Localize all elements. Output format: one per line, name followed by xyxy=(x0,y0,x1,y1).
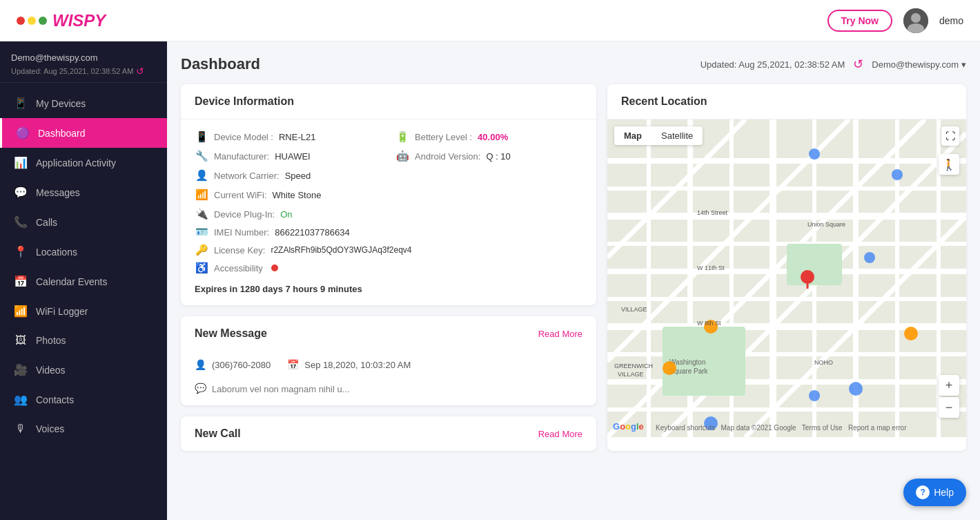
svg-rect-30 xyxy=(787,244,842,285)
sidebar-item-label: Messages xyxy=(36,187,80,198)
sidebar-item-label: Calendar Events xyxy=(36,276,108,287)
updated-text: Updated: Aug 25,2021, 02:38:52 AM xyxy=(700,59,845,70)
sidebar-item-wifi-logger[interactable]: 📶 WiFi Logger xyxy=(0,296,167,326)
sidebar-item-videos[interactable]: 🎥 Videos xyxy=(0,355,167,385)
sidebar-item-my-devices[interactable]: 📱 My Devices xyxy=(0,88,167,118)
expires-text: Expires in 1280 days 7 hours 9 minutes xyxy=(195,284,582,294)
map-zoom-out-button[interactable]: − xyxy=(939,397,959,418)
avatar xyxy=(903,8,928,33)
sidebar-item-photos[interactable]: 🖼 Photos xyxy=(0,326,167,355)
sidebar-nav: 📱 My Devices 🟣 Dashboard 📊 Application A… xyxy=(0,83,167,520)
recent-location-card: Recent Location xyxy=(607,84,966,451)
new-message-header: New Message Read More xyxy=(181,316,596,351)
sidebar-item-label: Dashboard xyxy=(38,128,86,139)
device-model-row: 📱 Device Model : RNE-L21 xyxy=(195,131,382,143)
imei-row: 🪪 IMEI Number: 866221037786634 xyxy=(195,226,582,238)
svg-point-39 xyxy=(904,327,918,340)
new-call-title: New Call xyxy=(195,427,241,440)
svg-point-31 xyxy=(809,148,820,160)
logo-text: WISPY xyxy=(52,11,106,30)
license-row: 🔑 License Key: r2ZAlsRFh9ib5QdOY3WGJAq3f… xyxy=(195,244,582,256)
dashboard-icon: 🟣 xyxy=(16,126,30,139)
logo-dots xyxy=(17,17,47,25)
page-title: Dashboard xyxy=(181,55,260,73)
device-info-grid: 📱 Device Model : RNE-L21 🔋 Bettery Level… xyxy=(195,131,582,201)
sidebar-item-label: My Devices xyxy=(36,98,86,109)
refresh-icon[interactable]: ↺ xyxy=(853,57,863,72)
sidebar-email: Demo@thewispy.com xyxy=(11,52,156,63)
logo: WISPY xyxy=(17,11,106,30)
map-container: Washington Square Park xyxy=(607,119,966,437)
map-tab-map[interactable]: Map xyxy=(614,126,651,145)
map-copyright: Keyboard shortcuts Map data ©2021 Google… xyxy=(656,424,906,432)
svg-text:GREENWICH: GREENWICH xyxy=(614,363,653,369)
imei-icon: 🪪 xyxy=(195,226,208,238)
sidebar-updated: Updated: Aug 25,2021, 02:38:52 AM ↺ xyxy=(11,66,156,77)
right-column: Recent Location xyxy=(607,84,966,462)
calendar-icon: 📅 xyxy=(287,359,299,370)
device-info-title: Device Information xyxy=(195,95,294,107)
sidebar-item-label: Calls xyxy=(36,217,57,228)
sidebar-item-calls[interactable]: 📞 Calls xyxy=(0,207,167,237)
sidebar: Demo@thewispy.com Updated: Aug 25,2021, … xyxy=(0,41,167,520)
map-tabs: Map Satellite xyxy=(614,126,703,145)
message-date-row: 📅 Sep 18,2020, 10:03:20 AM xyxy=(287,359,411,370)
license-icon: 🔑 xyxy=(195,244,208,256)
help-button[interactable]: ? Help xyxy=(903,479,966,506)
photos-icon: 🖼 xyxy=(14,334,28,347)
activity-icon: 📊 xyxy=(14,156,28,169)
svg-point-38 xyxy=(849,382,863,396)
network-icon: 👤 xyxy=(195,169,208,182)
device-info-body: 📱 Device Model : RNE-L21 🔋 Bettery Level… xyxy=(181,119,596,305)
svg-text:NOHO: NOHO xyxy=(814,359,833,366)
new-message-title: New Message xyxy=(195,327,267,340)
device-info-header: Device Information xyxy=(181,84,596,119)
sidebar-item-contacts[interactable]: 👥 Contacts xyxy=(0,385,167,414)
user-dropdown[interactable]: Demo@thewispy.com ▾ xyxy=(872,59,966,70)
message-read-more-link[interactable]: Read More xyxy=(538,329,582,339)
sidebar-item-locations[interactable]: 📍 Locations xyxy=(0,237,167,267)
contacts-icon: 👥 xyxy=(14,393,28,406)
sidebar-item-dashboard[interactable]: 🟣 Dashboard xyxy=(0,118,167,148)
svg-text:W 11th St: W 11th St xyxy=(697,264,725,271)
call-read-more-link[interactable]: Read More xyxy=(538,429,582,439)
wifi-row xyxy=(395,169,582,182)
plugin-row: 🔌 Device Plug-In: On xyxy=(195,208,582,220)
network-row: 👤 Network Carrier: Speed xyxy=(195,169,382,182)
phone-icon: 📱 xyxy=(195,131,208,143)
dot-yellow xyxy=(28,17,36,25)
sidebar-item-calendar-events[interactable]: 📅 Calendar Events xyxy=(0,267,167,296)
sidebar-item-messages[interactable]: 💬 Messages xyxy=(0,177,167,207)
user-name: demo xyxy=(939,15,963,26)
message-phone-row: 👤 (306)760-2080 xyxy=(195,359,271,370)
map-expand-button[interactable]: ⛶ xyxy=(941,126,959,146)
calendar-icon: 📅 xyxy=(14,275,28,288)
sidebar-item-label: Photos xyxy=(36,335,66,346)
sidebar-item-label: WiFi Logger xyxy=(36,306,88,317)
device-info-card: Device Information 📱 Device Model : RNE-… xyxy=(181,84,596,305)
locations-icon: 📍 xyxy=(14,245,28,258)
mobile-icon: 📱 xyxy=(14,97,28,110)
dot-green xyxy=(39,17,47,25)
map-tab-satellite[interactable]: Satellite xyxy=(651,126,703,145)
content-header-right: Updated: Aug 25,2021, 02:38:52 AM ↺ Demo… xyxy=(700,57,966,72)
map-svg: Washington Square Park xyxy=(607,119,966,437)
plugin-icon: 🔌 xyxy=(195,208,208,220)
svg-point-1 xyxy=(911,13,921,23)
map-person-icon[interactable]: 🚶 xyxy=(939,154,959,175)
map-zoom-in-button[interactable]: + xyxy=(939,375,959,396)
wifi-signal-icon: 📶 xyxy=(195,189,208,201)
try-now-button[interactable]: Try Now xyxy=(827,10,892,32)
new-call-header: New Call Read More xyxy=(181,416,596,451)
svg-text:W 8th St: W 8th St xyxy=(697,320,721,327)
voices-icon: 🎙 xyxy=(14,423,28,435)
sidebar-item-application-activity[interactable]: 📊 Application Activity xyxy=(0,148,167,177)
sidebar-item-voices[interactable]: 🎙 Voices xyxy=(0,414,167,443)
svg-point-36 xyxy=(663,361,676,375)
svg-point-35 xyxy=(809,390,820,401)
content-header: Dashboard Updated: Aug 25,2021, 02:38:52… xyxy=(181,55,966,73)
chevron-down-icon: ▾ xyxy=(961,59,966,70)
sidebar-item-label: Application Activity xyxy=(36,157,116,168)
refresh-icon[interactable]: ↺ xyxy=(136,66,144,77)
message-text-icon: 💬 xyxy=(195,383,206,394)
